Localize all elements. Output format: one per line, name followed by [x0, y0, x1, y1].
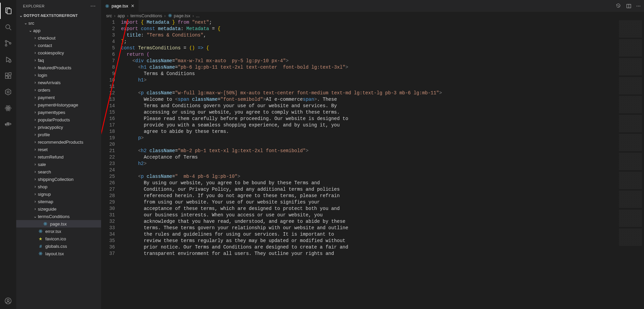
folder-item[interactable]: ›search: [16, 168, 101, 175]
file-item[interactable]: #globals.css: [16, 242, 101, 250]
extensions-icon[interactable]: [0, 68, 16, 84]
folder-item[interactable]: ›cookiespolicy: [16, 49, 101, 56]
tree-label: privacypolicy: [38, 125, 63, 130]
folder-item[interactable]: ›sizeguide: [16, 205, 101, 213]
chevron-right-icon: ›: [32, 207, 38, 211]
folder-item[interactable]: ›orders: [16, 86, 101, 94]
tree-label: cookiespolicy: [38, 50, 64, 55]
folder-item[interactable]: ⌄app: [16, 27, 101, 34]
folder-item[interactable]: ›shippingCollection: [16, 175, 101, 183]
tree-label: page.tsx: [50, 221, 67, 227]
source-control-icon[interactable]: [0, 35, 16, 51]
svg-line-3: [9, 28, 11, 30]
split-editor-icon[interactable]: [626, 3, 631, 9]
close-icon[interactable]: ✕: [130, 3, 135, 9]
crumb[interactable]: ...: [196, 13, 200, 18]
svg-rect-10: [5, 76, 8, 78]
tree-label: globals.css: [45, 244, 67, 249]
folder-item[interactable]: ›login: [16, 71, 101, 79]
more-icon[interactable]: ⋯: [636, 3, 641, 8]
file-item[interactable]: error.tsx: [16, 228, 101, 235]
folder-item[interactable]: ›faq: [16, 56, 101, 64]
folder-item[interactable]: ›popularProducts: [16, 116, 101, 123]
folder-item[interactable]: ›signup: [16, 190, 101, 198]
minimap[interactable]: [617, 19, 644, 309]
timeline-icon[interactable]: [616, 3, 621, 9]
folder-item[interactable]: ›checkout: [16, 34, 101, 42]
chevron-down-icon: ⌄: [32, 214, 38, 219]
folder-item[interactable]: ⌄src: [16, 19, 101, 27]
tree-label: login: [38, 73, 47, 78]
crumb[interactable]: termsConditions: [130, 13, 162, 18]
tab-page-tsx[interactable]: page.tsx ✕: [101, 0, 139, 12]
crumb[interactable]: src: [106, 13, 112, 18]
folder-item[interactable]: ›payment: [16, 94, 101, 101]
folder-item[interactable]: ›shop: [16, 183, 101, 190]
code-content[interactable]: import { Metadata } from "next"; export …: [121, 19, 617, 309]
chevron-right-icon: ›: [32, 65, 38, 70]
run-debug-icon[interactable]: [0, 51, 16, 68]
docker-icon[interactable]: [0, 116, 16, 133]
project-name: DOTPOT-NEXTSTOREFRONT: [24, 14, 78, 18]
svg-point-24: [7, 299, 9, 301]
tree-label: returnRefund: [38, 154, 64, 160]
accounts-icon[interactable]: [0, 293, 16, 309]
folder-item[interactable]: ⌄termsConditions: [16, 213, 101, 220]
search-icon[interactable]: [0, 19, 16, 35]
tree-label: search: [38, 169, 51, 174]
chevron-right-icon: ›: [32, 199, 38, 204]
svg-point-43: [170, 15, 170, 16]
svg-point-5: [5, 45, 7, 46]
folder-item[interactable]: ›featuredProducts: [16, 64, 101, 71]
folder-item[interactable]: ›profile: [16, 131, 101, 138]
file-item[interactable]: layout.tsx: [16, 250, 101, 257]
chevron-right-icon: ›: [32, 154, 38, 159]
chevron-down-icon: ⌄: [18, 13, 24, 18]
sidebar-header: EXPLORER ⋯: [16, 0, 101, 12]
file-item[interactable]: page.tsx: [16, 220, 101, 228]
folder-item[interactable]: ›sale: [16, 161, 101, 168]
chevron-right-icon: ›: [32, 147, 38, 152]
chevron-right-icon: ›: [32, 110, 38, 115]
folder-item[interactable]: ›recommendedProducts: [16, 138, 101, 146]
atom-icon[interactable]: [0, 100, 16, 116]
folder-item[interactable]: ›privacypolicy: [16, 123, 101, 131]
tree-label: layout.tsx: [45, 251, 64, 256]
folder-item[interactable]: ›contact: [16, 42, 101, 49]
explorer-more-icon[interactable]: ⋯: [90, 3, 96, 9]
chevron-right-icon: ›: [32, 140, 38, 144]
tree-label: newArrivals: [38, 80, 61, 85]
folder-item[interactable]: ›returnRefund: [16, 153, 101, 161]
tree-label: termsConditions: [38, 214, 70, 219]
folder-item[interactable]: ›paymenttypes: [16, 109, 101, 116]
folder-item[interactable]: ›newArrivals: [16, 79, 101, 86]
folder-item[interactable]: ›sitemap: [16, 198, 101, 205]
react-icon: [168, 13, 172, 18]
svg-rect-21: [7, 122, 8, 123]
chevron-down-icon: ⌄: [23, 21, 28, 25]
breadcrumbs[interactable]: src› app› termsConditions› page.tsx› ...: [101, 12, 644, 19]
line-numbers: 1234567891011121314151617181920212223242…: [101, 19, 121, 309]
file-item[interactable]: ★favicon.ico: [16, 235, 101, 242]
project-root[interactable]: ⌄ DOTPOT-NEXTSTOREFRONT: [16, 12, 101, 19]
tree-label: shop: [38, 184, 47, 189]
file-tree: ⌄src⌄app›checkout›contact›cookiespolicy›…: [16, 19, 101, 309]
crumb[interactable]: app: [118, 13, 125, 18]
tab-actions: ⋯: [616, 0, 644, 12]
crumb[interactable]: page.tsx: [174, 13, 190, 18]
explorer-icon[interactable]: [0, 3, 16, 19]
code-editor[interactable]: 1234567891011121314151617181920212223242…: [101, 19, 644, 309]
tabs-row: page.tsx ✕ ⋯: [101, 0, 644, 12]
folder-item[interactable]: ›reset: [16, 146, 101, 153]
tree-label: src: [28, 21, 34, 26]
svg-point-29: [40, 231, 41, 232]
file-icon: ★: [38, 236, 43, 241]
svg-point-4: [5, 41, 7, 42]
folder-item[interactable]: ›paymentHistorypage: [16, 101, 101, 109]
react-icon: [105, 4, 110, 8]
remote-icon[interactable]: [0, 84, 16, 100]
chevron-down-icon: ⌄: [28, 28, 33, 33]
explorer-title: EXPLORER: [23, 4, 45, 8]
chevron-right-icon: ›: [32, 184, 38, 189]
chevron-right-icon: ›: [32, 117, 38, 122]
